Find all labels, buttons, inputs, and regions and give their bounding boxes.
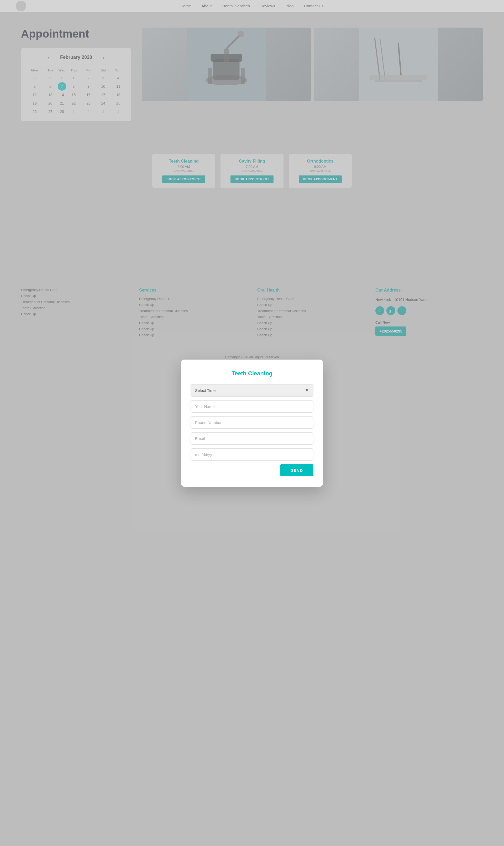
appointment-form: Select Time 8:00 AM 9:00 AM 10:00 AM 11:…: [191, 384, 313, 476]
phone-input[interactable]: [191, 416, 313, 429]
name-input[interactable]: [191, 400, 313, 412]
appointment-modal: Teeth Cleaning Select Time 8:00 AM 9:00 …: [181, 359, 323, 487]
name-field-wrapper: [191, 400, 313, 412]
date-field-wrapper: [191, 448, 313, 461]
time-select[interactable]: Select Time 8:00 AM 9:00 AM 10:00 AM 11:…: [191, 384, 313, 396]
email-field-wrapper: [191, 432, 313, 445]
email-input[interactable]: [191, 432, 313, 445]
send-button[interactable]: SEND: [280, 464, 313, 476]
time-field-wrapper: Select Time 8:00 AM 9:00 AM 10:00 AM 11:…: [191, 384, 313, 396]
phone-field-wrapper: [191, 416, 313, 429]
modal-overlay[interactable]: Teeth Cleaning Select Time 8:00 AM 9:00 …: [0, 0, 504, 846]
modal-title: Teeth Cleaning: [191, 370, 313, 377]
date-input[interactable]: [191, 448, 313, 461]
